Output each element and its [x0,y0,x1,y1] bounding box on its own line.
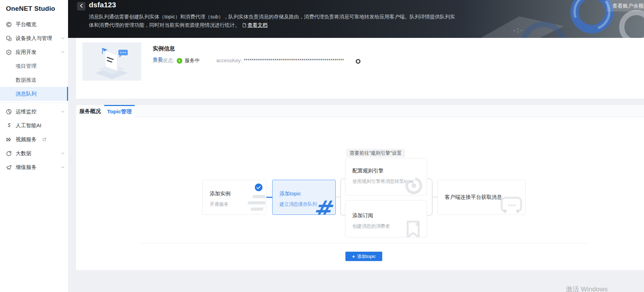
brand-title: OneNET Studio [0,0,68,13]
flow-step-add-topic[interactable]: 添加topic 建立消息缓存队列 # [272,180,336,215]
accesskey-label: accessKey: [216,56,242,65]
sidebar-item-label: 项目管理 [16,63,36,70]
detail-tabbar: 服务概况 Topic管理 [76,105,644,117]
video-service-icon [6,137,12,143]
instance-status-value: 服务中 [185,56,200,65]
flow-step-subtitle: 创建消息的消费者 [352,223,390,229]
chevron-down-icon [61,166,65,168]
back-button[interactable] [77,2,85,10]
app-dev-icon [6,49,12,55]
sidebar-item-label: 消息队列 [16,91,36,97]
chevron-up-icon [61,51,65,53]
sidebar-item-data-push[interactable]: 数据推送 [0,73,68,87]
eye-icon[interactable] [356,58,361,66]
ops-monitor-icon [6,109,12,115]
tab-service-overview[interactable]: 服务概况 [76,105,104,117]
flow-connector-right [432,197,438,197]
platform-overview-icon [6,22,12,27]
sidebar-item-label: 视频服务 [16,136,36,143]
page-header: dsfa123 消息队列通信需要创建队列实体（topic）和消费代理（sub），… [68,0,644,38]
chevron-down-icon [61,37,65,39]
account-balance-button[interactable]: 查看账户余额 [607,0,644,11]
flow-step-title: 客户端连接平台获取消息 [445,194,502,201]
sidebar-item-value-added-service[interactable]: 增值服务 [0,160,68,174]
page-title: dsfa123 [89,1,116,9]
add-topic-button-label: 添加topic [357,253,376,260]
status-running-icon [177,58,182,66]
external-link-icon [42,137,47,141]
flow-step-add-instance[interactable]: 添加实例 开通服务 [202,180,266,215]
device-access-icon [6,35,12,41]
flow-step-client-connect[interactable]: 客户端连接平台获取消息 [437,180,526,215]
document-icon [242,22,246,30]
tab-topic-management[interactable]: Topic管理 [104,105,135,117]
add-topic-button[interactable]: + 添加topic [345,252,382,261]
sidebar-item-message-queue[interactable]: 消息队列 [0,87,68,101]
instance-status-label: 实例状态: [153,56,174,65]
page-description: 消息队列通信需要创建队列实体（topic）和消费代理（sub），队列实体负责消息… [89,13,457,30]
sidebar-item-ai[interactable]: 人工智能AI [0,119,68,132]
description-text: 消息队列通信需要创建队列实体（topic）和消费代理（sub），队列实体负责消息… [89,14,455,28]
big-data-icon [6,151,12,156]
hash-icon: # [313,198,332,215]
value-added-service-icon [6,164,12,170]
plus-icon: + [352,254,355,259]
sidebar-item-label: 平台概览 [16,21,36,28]
chevron-down-icon [61,152,65,154]
instance-info-title: 实例信息 [153,45,175,52]
flow-step-subtitle: 开通服务 [210,201,228,208]
sidebar-item-label: 运维监控 [16,108,36,115]
flow-connector-left [336,197,341,197]
instance-illustration [82,42,141,81]
check-circle-icon [255,184,262,193]
rule-engine-swirl-icon [404,176,424,195]
instance-info-row: 实例状态: 服务中 accessKey: *******************… [153,56,632,65]
view-docs-link[interactable]: 查看文档 [248,22,268,28]
sidebar-item-label: 大数据 [16,150,31,157]
topic-management-panel: 需要前往"规则引擎"设置 添加实例 开通服务 添加topic 建立消息缓存队列 … [76,117,644,270]
ai-icon [6,123,12,129]
flow-step-title: 配置规则引擎 [352,168,384,174]
onenet-studio-page: OneNET Studio 平台概览 设备接入与管理 应用开发 项目管理 数据推… [0,0,644,292]
flow-step-subtitle: 建立消息缓存队列 [279,201,317,208]
sidebar-item-device-access[interactable]: 设备接入与管理 [0,31,68,45]
flow-step-configure-rule-engine[interactable]: 配置规则引擎 使用规则引擎将消息转至topic [345,158,427,195]
sidebar-item-label: 数据推送 [16,77,36,83]
sidebar-item-big-data[interactable]: 大数据 [0,146,68,160]
sidebar-item-app-development[interactable]: 应用开发 [0,45,68,59]
sidebar-item-label: 人工智能AI [16,122,41,129]
flow-step-title: 添加订阅 [352,212,373,219]
instance-info-card: 实例信息 实例状态: 服务中 accessKey: **************… [76,38,644,99]
sidebar-item-video-service[interactable]: 视频服务 [0,132,68,146]
sidebar-item-project-management[interactable]: 项目管理 [0,59,68,73]
rule-engine-tooltip: 需要前往"规则引擎"设置 [346,149,405,157]
windows-activation-watermark: 激活 Windows [566,285,608,292]
list-lines-icon [239,194,265,214]
flow-step-title: 添加topic [279,190,301,197]
sidebar-item-label: 增值服务 [16,164,36,171]
sidebar-divider [0,103,68,103]
flow-connector-blue [266,197,272,198]
chevron-left-icon [80,3,83,9]
sidebar-item-ops-monitoring[interactable]: 运维监控 [0,105,68,119]
flow-step-add-subscription[interactable]: 添加订阅 创建消息的消费者 [345,200,427,237]
flow-step-title: 添加实例 [210,190,231,197]
sidebar-item-platform-overview[interactable]: 平台概览 [0,17,68,31]
bookmark-plus-icon [404,219,423,237]
sidebar: OneNET Studio 平台概览 设备接入与管理 应用开发 项目管理 数据推… [0,0,68,292]
chevron-down-icon [61,111,65,113]
accesskey-masked-value: ****************************************… [244,56,344,65]
panel-divider [140,243,589,243]
client-connection-icon [500,196,522,215]
sidebar-nav: 平台概览 设备接入与管理 应用开发 项目管理 数据推送 消息队列 [0,17,68,174]
sidebar-item-label: 应用开发 [16,49,36,56]
sidebar-item-label: 设备接入与管理 [16,35,52,42]
